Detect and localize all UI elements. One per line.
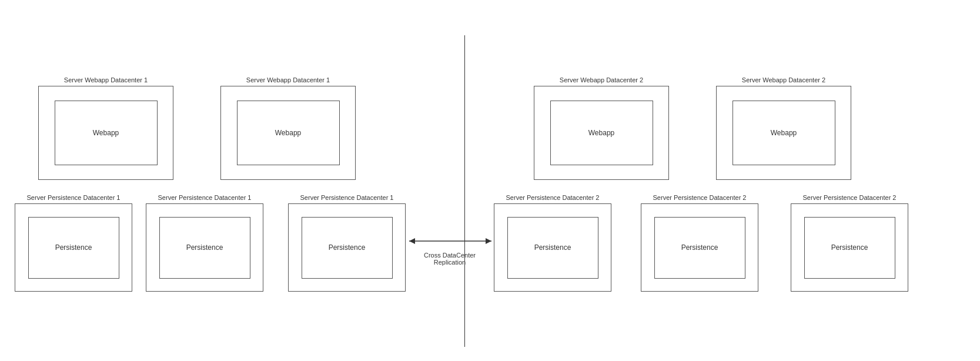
webapp-dc2-2: Server Webapp Datacenter 2 Webapp [716, 76, 851, 180]
outer-box: Persistence [288, 203, 406, 292]
inner-box: Persistence [654, 217, 745, 279]
persist-dc1-3: Server Persistence Datacenter 1 Persiste… [288, 194, 406, 292]
webapp-dc1-2: Server Webapp Datacenter 1 Webapp [220, 76, 356, 180]
outer-box: Persistence [494, 203, 611, 292]
outer-box: Webapp [716, 86, 851, 180]
webapp-dc1-1: Server Webapp Datacenter 1 Webapp [38, 76, 173, 180]
diagram-container: Server Webapp Datacenter 1 Webapp Server… [0, 0, 980, 361]
inner-box: Persistence [159, 217, 250, 279]
svg-marker-1 [409, 238, 415, 244]
persist-dc1-2: Server Persistence Datacenter 1 Persiste… [146, 194, 263, 292]
server-label: Server Webapp Datacenter 2 [560, 76, 643, 83]
outer-box: Persistence [641, 203, 758, 292]
outer-box: Webapp [534, 86, 669, 180]
inner-label: Webapp [771, 129, 797, 137]
inner-label: Webapp [275, 129, 301, 137]
outer-box: Persistence [146, 203, 263, 292]
outer-box: Persistence [791, 203, 908, 292]
replication-arrow [403, 232, 497, 250]
server-label: Server Persistence Datacenter 1 [300, 194, 394, 201]
persist-dc2-1: Server Persistence Datacenter 2 Persiste… [494, 194, 611, 292]
persist-dc2-2: Server Persistence Datacenter 2 Persiste… [641, 194, 758, 292]
outer-box: Persistence [15, 203, 132, 292]
inner-box: Webapp [237, 101, 340, 165]
replication-label: Cross DataCenter Replication [409, 252, 491, 266]
outer-box: Webapp [220, 86, 356, 180]
webapp-dc2-1: Server Webapp Datacenter 2 Webapp [534, 76, 669, 180]
inner-label: Persistence [534, 243, 571, 252]
server-label: Server Persistence Datacenter 1 [158, 194, 252, 201]
server-label: Server Webapp Datacenter 1 [246, 76, 330, 83]
datacenter-divider [464, 35, 465, 347]
inner-label: Webapp [93, 129, 119, 137]
inner-box: Persistence [507, 217, 598, 279]
inner-label: Persistence [329, 243, 366, 252]
inner-box: Webapp [55, 101, 158, 165]
server-label: Server Persistence Datacenter 2 [803, 194, 897, 201]
server-label: Server Webapp Datacenter 2 [742, 76, 825, 83]
inner-label: Persistence [681, 243, 718, 252]
server-label: Server Persistence Datacenter 2 [506, 194, 600, 201]
server-label: Server Persistence Datacenter 1 [27, 194, 121, 201]
outer-box: Webapp [38, 86, 173, 180]
inner-label: Persistence [55, 243, 92, 252]
inner-box: Persistence [804, 217, 895, 279]
inner-label: Persistence [186, 243, 223, 252]
inner-box: Webapp [733, 101, 835, 165]
persist-dc1-1: Server Persistence Datacenter 1 Persiste… [15, 194, 132, 292]
svg-marker-2 [486, 238, 491, 244]
inner-box: Persistence [28, 217, 119, 279]
inner-box: Persistence [302, 217, 393, 279]
server-label: Server Persistence Datacenter 2 [653, 194, 747, 201]
persist-dc2-3: Server Persistence Datacenter 2 Persiste… [791, 194, 908, 292]
inner-label: Webapp [588, 129, 614, 137]
inner-box: Webapp [550, 101, 653, 165]
server-label: Server Webapp Datacenter 1 [64, 76, 148, 83]
inner-label: Persistence [831, 243, 868, 252]
